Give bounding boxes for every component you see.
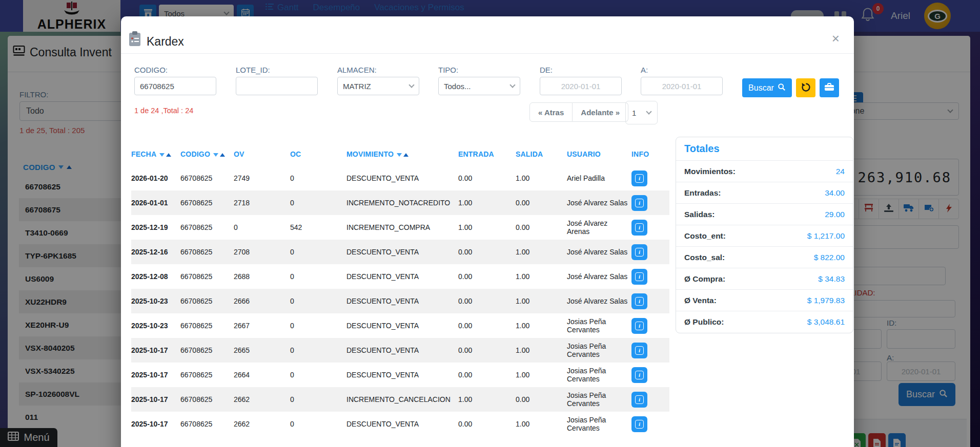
info-icon: i	[635, 420, 644, 429]
buscar-button[interactable]: Buscar	[742, 78, 792, 97]
info-button[interactable]: i	[631, 343, 647, 358]
totales-label: Salidas:	[684, 210, 714, 219]
cell-salida: 0.00	[516, 190, 567, 215]
cell-entrada: 0.00	[458, 166, 516, 190]
de-date-input[interactable]	[540, 77, 622, 95]
tipo-value: Todos...	[444, 82, 471, 91]
cell-fecha: 2025-10-23	[131, 313, 180, 338]
sort-down-icon[interactable]	[213, 153, 218, 157]
reset-button[interactable]	[796, 78, 815, 97]
clipboard-icon	[128, 31, 141, 49]
a-date-input[interactable]	[641, 77, 723, 95]
cell-usuario: Josias Peña Cervantes	[567, 363, 631, 387]
almacen-value: MATRIZ	[343, 82, 371, 91]
header-movimiento[interactable]: MOVIMIENTO	[346, 142, 458, 166]
totales-value: $ 34.83	[818, 274, 845, 284]
cell-usuario: José Alvarez Salas	[567, 190, 631, 215]
filter-lote: LOTE_ID:	[236, 66, 318, 95]
sort-up-icon[interactable]	[166, 153, 171, 157]
totales-row: Movimientos: 24	[676, 161, 853, 182]
cell-oc: 542	[290, 215, 346, 240]
cell-ov-link[interactable]: 2662	[234, 412, 290, 436]
info-button[interactable]: i	[631, 220, 647, 236]
table-row: 2025-12-08 66708625 2688 0 DESCUENTO_VEN…	[131, 264, 669, 289]
sort-down-icon[interactable]	[397, 153, 402, 157]
next-page-button[interactable]: Adelante »	[573, 102, 628, 122]
cell-ov-link[interactable]: 2667	[234, 313, 290, 338]
cell-fecha: 2025-12-19	[131, 215, 180, 240]
sort-down-icon[interactable]	[159, 153, 165, 157]
prev-page-button[interactable]: « Atras	[529, 102, 573, 122]
cell-ov-link[interactable]: 2665	[234, 338, 290, 363]
page-select[interactable]: 1	[625, 101, 658, 124]
cell-salida: 1.00	[516, 240, 567, 264]
cell-ov-link[interactable]: 2749	[234, 166, 290, 190]
cell-salida: 1.00	[516, 412, 567, 436]
cell-movimiento: DESCUENTO_VENTA	[346, 289, 458, 313]
cell-salida: 1.00	[516, 264, 567, 289]
cell-ov-link[interactable]: 2666	[234, 289, 290, 313]
info-icon: i	[635, 272, 644, 281]
search-icon	[778, 83, 786, 93]
cell-oc: 0	[290, 240, 346, 264]
info-icon: i	[635, 371, 644, 379]
totales-label: Costo_sal:	[684, 253, 725, 262]
cell-ov-link[interactable]: 2664	[234, 363, 290, 387]
tipo-select[interactable]: Todos...	[438, 77, 520, 95]
cell-usuario: José Alvarez Arenas	[567, 215, 631, 240]
lote-input[interactable]	[236, 77, 318, 95]
toolbox-button[interactable]	[820, 78, 839, 97]
info-button[interactable]: i	[631, 392, 647, 408]
table-row: 2025-12-19 66708625 0 542 INCREMENTO_COM…	[131, 215, 669, 240]
sort-up-icon[interactable]	[403, 153, 409, 157]
cell-oc: 0	[290, 289, 346, 313]
chevron-down-icon	[509, 82, 515, 88]
totales-value: 29.00	[825, 210, 845, 219]
cell-oc: 0	[290, 387, 346, 412]
info-button[interactable]: i	[631, 244, 647, 260]
cell-oc: 0	[290, 166, 346, 190]
cell-ov-link[interactable]: 2688	[234, 264, 290, 289]
cell-movimiento: INCREMENTO_NOTACREDITO	[346, 190, 458, 215]
info-button[interactable]: i	[631, 318, 647, 334]
info-button[interactable]: i	[631, 367, 647, 383]
cell-codigo: 66708625	[180, 387, 234, 412]
table-row: 2025-10-23 66708625 2666 0 DESCUENTO_VEN…	[131, 289, 669, 313]
cell-ov-link[interactable]: 2662	[234, 387, 290, 412]
totales-row: Ø Venta: $ 1,979.83	[676, 290, 853, 311]
pagination: « Atras Adelante »	[529, 102, 628, 122]
cell-ov-link[interactable]: 0	[234, 215, 290, 240]
info-button[interactable]: i	[631, 416, 647, 432]
toolbox-icon	[824, 82, 834, 93]
cell-ov-link[interactable]: 2708	[234, 240, 290, 264]
header-usuario: USUARIO	[567, 142, 631, 166]
cell-entrada: 0.00	[458, 289, 516, 313]
cell-salida: 0.00	[516, 387, 567, 412]
cell-entrada: 0.00	[458, 338, 516, 363]
close-button[interactable]: ×	[832, 32, 840, 45]
cell-entrada: 0.00	[458, 412, 516, 436]
cell-salida: 1.00	[516, 338, 567, 363]
codigo-input[interactable]	[134, 77, 216, 95]
cell-salida: 1.00	[516, 289, 567, 313]
header-fecha[interactable]: FECHA	[131, 142, 180, 166]
totales-value: $ 1,979.83	[807, 296, 845, 305]
cell-codigo: 66708625	[180, 215, 234, 240]
sort-up-icon[interactable]	[220, 153, 225, 157]
totales-label: Ø Compra:	[684, 274, 725, 284]
info-button[interactable]: i	[631, 269, 647, 285]
info-icon: i	[635, 322, 644, 330]
cell-codigo: 66708625	[180, 313, 234, 338]
cell-ov-link[interactable]: 2718	[234, 190, 290, 215]
info-button[interactable]: i	[631, 293, 647, 309]
almacen-select[interactable]: MATRIZ	[337, 77, 419, 95]
tipo-label: TIPO:	[438, 66, 520, 74]
info-button[interactable]: i	[631, 171, 647, 186]
cell-entrada: 1.00	[458, 387, 516, 412]
totales-value: $ 3,048.61	[807, 317, 845, 327]
info-button[interactable]: i	[631, 195, 647, 211]
cell-oc: 0	[290, 190, 346, 215]
cell-entrada: 0.00	[458, 240, 516, 264]
cell-usuario: Ariel Padilla	[567, 166, 631, 190]
header-codigo[interactable]: CODIGO	[180, 142, 234, 166]
